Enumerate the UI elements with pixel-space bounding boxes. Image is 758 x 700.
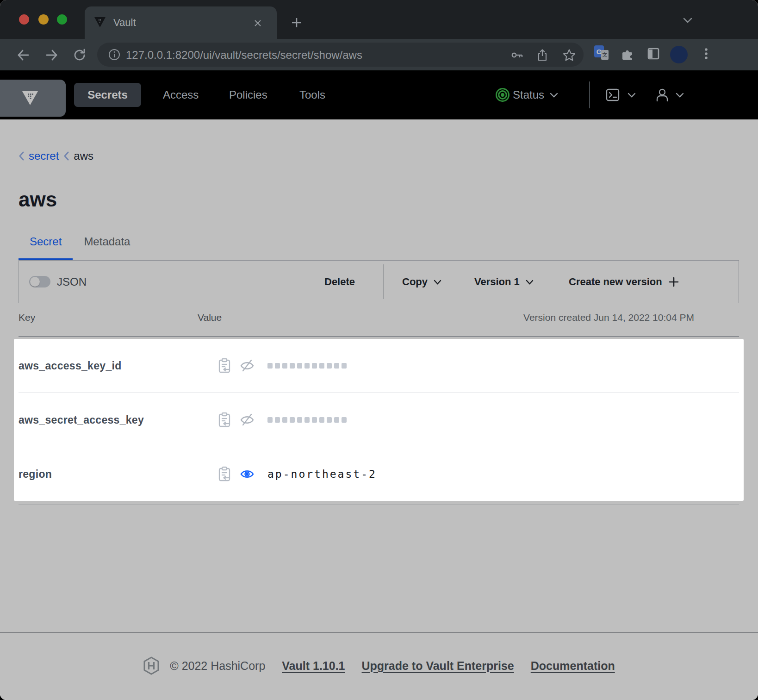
page-title: aws [19, 188, 57, 211]
minimize-window-button[interactable] [38, 14, 49, 25]
secret-rows: aws_access_key_id aws_secret_access_key [14, 339, 744, 501]
extensions-puzzle-icon[interactable] [621, 47, 634, 61]
table-header-divider [19, 336, 739, 337]
nav-item-secrets[interactable]: Secrets [74, 83, 141, 107]
tab-title: Vault [113, 17, 136, 29]
table-row: aws_access_key_id [14, 339, 744, 393]
profile-avatar[interactable] [670, 46, 688, 63]
copy-to-clipboard-icon[interactable] [217, 358, 231, 374]
browser-menu-kebab-icon[interactable] [700, 47, 713, 61]
json-toggle[interactable] [29, 276, 50, 288]
vault-home-button[interactable] [0, 80, 66, 117]
browser-window: Vault 127.0.0.1:8200/ui/vault/secrets/se… [0, 0, 758, 700]
chevron-left-icon [63, 151, 69, 161]
footer-copyright: © 2022 HashiCorp [170, 659, 265, 673]
vault-logo-icon [21, 90, 39, 106]
browser-tab[interactable]: Vault [85, 6, 277, 39]
vault-favicon-icon [94, 17, 106, 28]
breadcrumb-current-aws: aws [74, 150, 93, 162]
footer-link-documentation[interactable]: Documentation [531, 659, 615, 673]
tab-close-icon[interactable] [251, 17, 264, 30]
eye-off-icon[interactable] [240, 412, 255, 427]
user-chevron-icon[interactable] [676, 93, 684, 98]
forward-icon[interactable] [44, 48, 59, 62]
copy-dropdown[interactable]: Copy [402, 276, 441, 288]
footer-divider [0, 632, 758, 633]
breadcrumb: secret aws [19, 149, 93, 163]
status-menu[interactable]: Status [498, 70, 558, 119]
table-bottom-border [19, 505, 739, 505]
version-dropdown[interactable]: Version 1 [474, 276, 534, 288]
chevron-down-icon [526, 280, 534, 285]
tab-search-chevron-icon[interactable] [683, 18, 692, 23]
back-icon[interactable] [16, 48, 31, 62]
masked-value [267, 417, 347, 423]
secret-key-label: aws_access_key_id [19, 339, 122, 393]
site-info-icon[interactable] [108, 49, 120, 61]
passwords-key-icon[interactable] [510, 49, 523, 62]
column-header-value: Value [198, 312, 222, 323]
secret-key-label: aws_secret_access_key [19, 393, 144, 447]
breadcrumb-link-secret[interactable]: secret [29, 150, 59, 162]
google-translate-icon[interactable]: G文 [594, 45, 609, 60]
new-tab-button[interactable] [290, 16, 304, 30]
table-row: region ap-northeast-2 [14, 447, 744, 501]
chevron-down-icon [434, 280, 441, 285]
page-content: secret aws aws Secret Metadata JSON Dele… [0, 119, 758, 700]
footer-link-vault-version[interactable]: Vault 1.10.1 [282, 659, 345, 673]
tab-metadata[interactable]: Metadata [73, 235, 141, 260]
bookmark-star-icon[interactable] [563, 49, 576, 62]
version-created-label: Version created Jun 14, 2022 10:04 PM [523, 312, 694, 323]
footer: © 2022 HashiCorp Vault 1.10.1 Upgrade to… [0, 653, 758, 678]
toggle-knob [30, 277, 40, 287]
chevron-left-icon [19, 151, 24, 161]
eye-visible-icon[interactable] [240, 467, 255, 481]
footer-link-upgrade[interactable]: Upgrade to Vault Enterprise [362, 659, 514, 673]
create-new-version-button[interactable]: Create new version [569, 276, 679, 288]
nav-item-access[interactable]: Access [163, 88, 199, 101]
reload-icon[interactable] [72, 48, 87, 62]
json-toggle-label: JSON [57, 275, 87, 288]
tab-secret[interactable]: Secret [19, 235, 73, 260]
side-panel-icon[interactable] [646, 47, 660, 61]
table-row: aws_secret_access_key [14, 393, 744, 447]
chevron-down-icon [550, 93, 558, 98]
share-icon[interactable] [536, 49, 549, 62]
browser-toolbar: 127.0.0.1:8200/ui/vault/secrets/secret/s… [0, 39, 758, 70]
eye-off-icon[interactable] [240, 358, 255, 373]
vault-nav: Secrets Access Policies Tools Status [0, 70, 758, 119]
close-window-button[interactable] [19, 14, 29, 25]
plus-icon [668, 276, 679, 288]
hashicorp-logo-icon [143, 656, 160, 675]
masked-value [267, 363, 347, 369]
delete-button[interactable]: Delete [324, 276, 355, 288]
user-person-icon[interactable] [655, 88, 669, 102]
status-label: Status [513, 88, 544, 101]
address-bar[interactable]: 127.0.0.1:8200/ui/vault/secrets/secret/s… [97, 43, 584, 67]
secret-toolbar: JSON Delete Copy Version 1 Create new ve… [19, 260, 739, 303]
zoom-window-button[interactable] [57, 14, 67, 25]
secret-key-label: region [19, 447, 52, 501]
nav-divider [589, 81, 590, 108]
copy-to-clipboard-icon[interactable] [217, 466, 231, 482]
console-terminal-icon[interactable] [605, 88, 620, 102]
tab-strip: Vault [0, 0, 758, 39]
secret-tabs: Secret Metadata [19, 214, 739, 260]
secret-value: ap-northeast-2 [267, 468, 377, 480]
url-text[interactable]: 127.0.0.1:8200/ui/vault/secrets/secret/s… [126, 49, 362, 62]
copy-to-clipboard-icon[interactable] [217, 412, 231, 428]
nav-item-tools[interactable]: Tools [299, 88, 325, 101]
toolbar-divider [383, 264, 384, 299]
status-indicator-icon [498, 90, 507, 100]
nav-item-policies[interactable]: Policies [229, 88, 267, 101]
column-header-key: Key [19, 312, 35, 323]
console-chevron-icon[interactable] [628, 93, 636, 98]
